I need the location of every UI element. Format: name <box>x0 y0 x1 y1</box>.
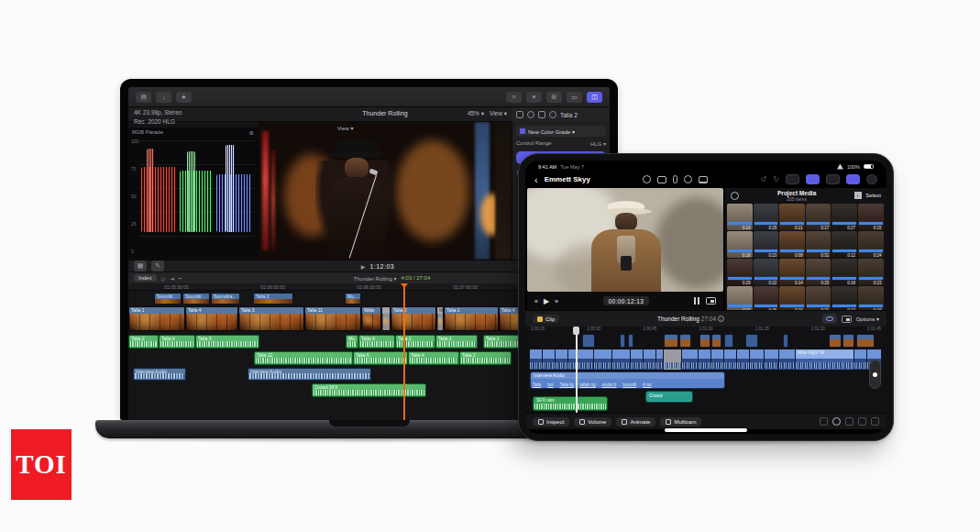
jog-wheel-icon[interactable] <box>826 174 840 184</box>
timeline-toggle-icon[interactable]: ▭ <box>567 92 582 103</box>
media-tile[interactable]: 0:22 <box>754 259 779 285</box>
storyline-clip[interactable] <box>779 349 796 370</box>
audio-clip[interactable]: Talia 2 <box>459 351 512 365</box>
redo-icon[interactable]: ↻ <box>773 175 779 183</box>
browser-toggle-icon[interactable]: ⊞ <box>546 92 562 103</box>
playhead[interactable] <box>403 283 405 420</box>
edit-mode-button[interactable]: Animate <box>616 417 655 427</box>
tools-icon[interactable]: ▾ <box>526 92 542 103</box>
ipad-timeline[interactable]: 1:00:151:00:301:00:451:01:001:01:151:01:… <box>525 327 886 413</box>
storyline-clip[interactable]: Wide Right Tal <box>796 349 854 370</box>
media-tile[interactable]: 0:19 <box>727 231 753 258</box>
media-tile[interactable]: 0:23 <box>858 259 884 285</box>
storyline-clip[interactable] <box>656 349 664 370</box>
import-icon[interactable]: ↓ <box>156 92 171 103</box>
clip-appearance-icon[interactable]: ▦ <box>134 260 147 272</box>
timeline-project-menu[interactable]: Thunder Rolling ▾ <box>354 275 397 282</box>
media-tile[interactable]: 0:23 <box>754 231 779 258</box>
media-tile[interactable]: 0:14 <box>779 259 805 285</box>
scope-settings-icon[interactable]: ⚙ <box>249 129 254 136</box>
marker-icon[interactable]: ◇ <box>161 275 166 282</box>
storyline-clip[interactable] <box>765 349 779 370</box>
edit-mode-button[interactable]: Volume <box>574 417 611 427</box>
storyline-clip[interactable] <box>724 349 737 370</box>
video-clip[interactable]: Talia 1 <box>128 306 185 331</box>
audio-tab-icon[interactable] <box>538 111 545 118</box>
video-clip[interactable] <box>381 306 391 331</box>
interview-audio-clip[interactable]: Interview Audio TaliabutTalia ligtaliab … <box>530 371 725 389</box>
remove-icon[interactable] <box>866 174 877 184</box>
media-tile[interactable]: 0:19 <box>858 286 884 310</box>
connect-icon[interactable]: ⌐ <box>179 275 182 281</box>
timer-icon[interactable] <box>643 175 651 183</box>
video-clip[interactable]: Talia 1 <box>444 306 499 331</box>
connected-clip[interactable] <box>664 334 678 348</box>
video-clip[interactable]: Talia 4 <box>185 306 238 331</box>
index-button[interactable]: Index <box>134 274 157 282</box>
media-tile[interactable]: 0:16 <box>779 286 805 310</box>
audio-clip[interactable]: Talia 6 <box>353 351 408 365</box>
storyline-clip[interactable] <box>530 349 543 370</box>
media-tile[interactable]: 0:21 <box>779 204 805 230</box>
connected-clip[interactable] <box>856 334 875 348</box>
audio-clip[interactable]: Talia 3 <box>195 335 259 349</box>
keyboard-panel-icon[interactable] <box>786 174 799 184</box>
media-tile[interactable]: 0:24 <box>858 231 884 258</box>
media-browser-icon[interactable] <box>806 174 820 184</box>
audio-clip[interactable]: Talia 2 <box>128 335 159 349</box>
crowd-sfx-clip[interactable]: Crowd <box>645 391 693 403</box>
media-tile[interactable]: 0:25 <box>754 204 779 230</box>
edit-mode-button[interactable]: Multicam <box>660 417 701 427</box>
storyline-clip[interactable] <box>612 349 631 370</box>
skip-forward-button[interactable]: » <box>555 298 558 305</box>
clip-mode-chip[interactable]: Clip <box>533 315 559 323</box>
media-tile[interactable]: 0:29 <box>727 259 753 285</box>
audio-clip[interactable]: Mu <box>346 335 358 349</box>
connected-clip[interactable] <box>620 334 625 348</box>
ipad-playhead[interactable] <box>576 327 578 413</box>
sidebar-toggle-icon[interactable]: ▤ <box>136 92 151 103</box>
connected-clip[interactable] <box>711 334 721 348</box>
fullscreen-icon[interactable] <box>706 297 716 305</box>
storyline-clip[interactable] <box>682 349 699 370</box>
duplicate-icon[interactable] <box>845 417 853 426</box>
media-tile[interactable]: 0:12 <box>831 231 857 258</box>
music-clip[interactable]: Crowd SFX <box>312 383 426 397</box>
media-tile[interactable]: 0:18 <box>831 259 857 285</box>
media-tile[interactable]: 0:08 <box>779 231 805 258</box>
record-icon[interactable] <box>684 175 692 183</box>
storyline-clip[interactable] <box>737 349 750 370</box>
video-tab-icon[interactable] <box>516 111 523 118</box>
storyline-clip[interactable] <box>750 349 765 370</box>
storyline-clip[interactable] <box>854 349 867 370</box>
connected-clip[interactable]: Soundtrack (2) <box>182 293 210 305</box>
audio-clip[interactable]: Talia 12 <box>254 351 353 365</box>
tool-menu-icon[interactable]: ✎ <box>151 260 164 272</box>
media-tile[interactable]: 0:21 <box>806 286 831 310</box>
connected-clip[interactable] <box>745 334 758 348</box>
storyline-clip[interactable] <box>556 349 568 370</box>
audio-clip[interactable]: Talia 2 <box>435 335 478 349</box>
share-icon[interactable] <box>699 176 708 183</box>
append-icon[interactable]: ⇥ <box>170 275 174 282</box>
inspector-toggle-icon[interactable]: ◫ <box>587 92 602 103</box>
connected-clip[interactable] <box>829 334 842 348</box>
media-tile[interactable]: 0:14 <box>727 204 753 230</box>
media-tile[interactable]: 0:15 <box>858 204 884 230</box>
back-button[interactable]: ‹ <box>534 175 538 184</box>
retime-icon[interactable] <box>832 417 841 426</box>
storyline-clip[interactable] <box>543 349 556 370</box>
play-button[interactable]: ▶ <box>361 263 366 270</box>
audio-clip[interactable]: Talia 4 <box>159 335 195 349</box>
connected-clip[interactable]: Music <box>345 293 361 305</box>
skip-back-button[interactable]: « <box>534 298 538 305</box>
grid-view-icon[interactable] <box>854 192 862 199</box>
skimmer-toggle[interactable] <box>822 314 837 324</box>
video-clip[interactable]: Talia 11 <box>304 306 361 331</box>
video-clip[interactable]: M <box>436 306 444 331</box>
options-menu[interactable]: Options ▾ <box>856 316 879 322</box>
organize-icon[interactable]: ≡ <box>506 92 522 103</box>
color-grade-menu[interactable]: New Color Grade ▾ <box>516 126 606 137</box>
audio-clip[interactable]: Talia 4 <box>408 351 459 365</box>
storyline-clip[interactable] <box>699 349 711 370</box>
